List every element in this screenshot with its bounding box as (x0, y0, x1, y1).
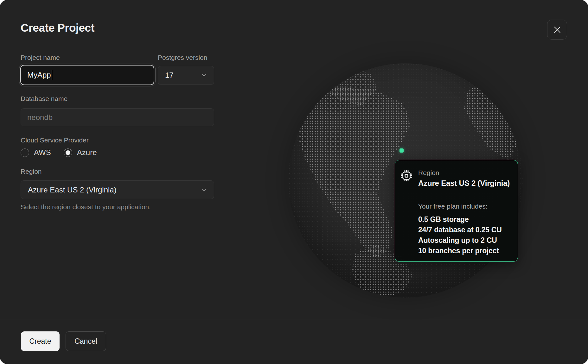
radio-option-aws[interactable]: AWS (21, 148, 51, 157)
radio-label-aws: AWS (34, 148, 51, 157)
tooltip-region-name: Azure East US 2 (Virginia) (418, 179, 510, 188)
tooltip-region-heading: Region (418, 169, 510, 177)
cancel-button[interactable]: Cancel (66, 331, 106, 351)
tooltip-plan-intro: Your free plan includes: (418, 203, 510, 210)
region-tooltip-card: Region Azure East US 2 (Virginia) Your f… (395, 160, 518, 262)
project-name-label: Project name (21, 54, 60, 61)
radio-circle-azure (64, 148, 72, 157)
chevron-down-icon (201, 72, 208, 79)
cloud-provider-label: Cloud Service Provider (21, 136, 89, 144)
database-name-placeholder: neondb (27, 113, 53, 122)
database-name-input[interactable]: neondb (21, 108, 214, 126)
footer-divider (0, 319, 588, 319)
radio-circle-aws (21, 148, 29, 157)
project-name-input[interactable]: MyApp (20, 65, 154, 85)
page-title: Create Project (21, 22, 94, 34)
chevron-down-icon (201, 186, 208, 193)
postgres-version-value: 17 (165, 71, 174, 80)
cpu-chip-icon (400, 169, 413, 182)
tooltip-feature-autoscaling: Autoscaling up to 2 CU (418, 235, 510, 246)
region-marker-dot (399, 148, 404, 153)
tooltip-feature-list: 0.5 GB storage 24/7 database at 0.25 CU … (418, 214, 510, 256)
create-project-dialog: Create Project Project name Postgres ver… (0, 0, 588, 364)
radio-option-azure[interactable]: Azure (64, 148, 97, 157)
region-helper-text: Select the region closest to your applic… (21, 203, 151, 211)
region-select[interactable]: Azure East US 2 (Virginia) (21, 180, 214, 199)
radio-label-azure: Azure (77, 148, 97, 157)
postgres-version-select[interactable]: 17 (158, 66, 214, 85)
database-name-label: Database name (21, 95, 67, 103)
close-button[interactable] (547, 20, 567, 40)
region-label: Region (21, 168, 42, 175)
close-icon (553, 25, 562, 35)
tooltip-feature-storage: 0.5 GB storage (418, 214, 510, 225)
region-value: Azure East US 2 (Virginia) (28, 185, 117, 194)
tooltip-feature-database: 24/7 database at 0.25 CU (418, 225, 510, 235)
create-button[interactable]: Create (21, 331, 60, 351)
tooltip-feature-branches: 10 branches per project (418, 246, 510, 256)
text-cursor (52, 70, 52, 80)
postgres-version-label: Postgres version (158, 54, 207, 61)
cloud-provider-radio-group: AWS Azure (21, 148, 97, 157)
project-name-value: MyApp (27, 71, 51, 79)
